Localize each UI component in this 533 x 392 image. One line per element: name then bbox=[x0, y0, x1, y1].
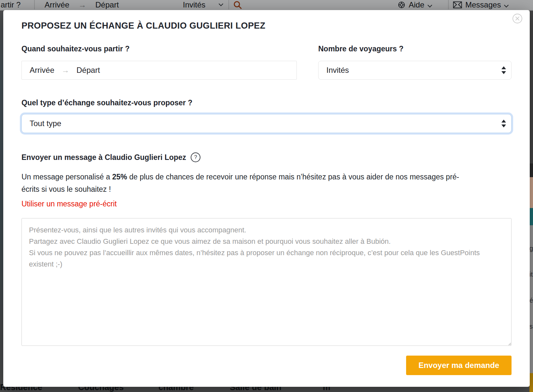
close-button[interactable] bbox=[512, 13, 523, 24]
exchange-type-select[interactable]: Tout type bbox=[21, 114, 512, 133]
departure-placeholder: Départ bbox=[76, 66, 100, 75]
select-spinner-icon bbox=[501, 120, 506, 127]
exchange-proposal-modal: PROPOSEZ UN ÉCHANGE À CLAUDIO GUGLIERI L… bbox=[3, 10, 530, 387]
exchange-type-label: Quel type d’échange souhaitez-vous propo… bbox=[21, 98, 512, 107]
date-range-input[interactable]: Arrivée → Départ bbox=[21, 61, 297, 80]
prewritten-message-link[interactable]: Utiliser un message pré-écrit bbox=[21, 199, 117, 208]
submit-button[interactable]: Envoyer ma demande bbox=[406, 356, 512, 375]
select-spinner-icon bbox=[501, 66, 506, 74]
background-right-sliver: g it é s bbox=[529, 11, 533, 392]
arrival-placeholder: Arrivée bbox=[30, 66, 54, 75]
close-icon bbox=[512, 13, 523, 24]
modal-title: PROPOSEZ UN ÉCHANGE À CLAUDIO GUGLIERI L… bbox=[21, 10, 512, 31]
arrow-right-icon: → bbox=[62, 66, 69, 75]
help-question-icon[interactable] bbox=[191, 152, 200, 162]
message-textarea[interactable] bbox=[21, 218, 512, 346]
travelers-select[interactable]: Invités bbox=[318, 61, 512, 80]
page-background: artir ? Arrivée → Départ Invités bbox=[0, 0, 533, 392]
travelers-selected-value: Invités bbox=[326, 66, 349, 75]
avatar bbox=[529, 163, 533, 225]
exchange-type-selected-value: Tout type bbox=[30, 119, 61, 128]
message-section-heading: Envoyer un message à Claudio Guglieri Lo… bbox=[21, 152, 512, 162]
message-hint: Un message personalisé a 25% de plus de … bbox=[21, 171, 474, 195]
travelers-label: Nombre de voyageurs ? bbox=[318, 45, 512, 53]
when-label: Quand souhaitez-vous partir ? bbox=[21, 45, 297, 53]
